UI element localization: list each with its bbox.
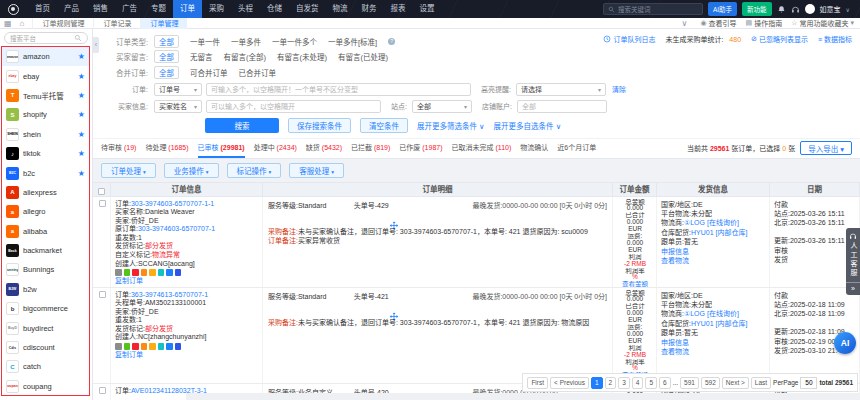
top-nav-item[interactable]: 销售 <box>86 0 115 18</box>
row-checkbox[interactable] <box>99 200 106 207</box>
bell-icon[interactable] <box>149 343 156 350</box>
status-tab[interactable]: 近6个月订单 <box>557 138 596 158</box>
platform-item[interactable]: B2Cb2c★ <box>2 163 89 182</box>
clear-highlight-link[interactable]: 清除 <box>612 84 626 94</box>
note-icon[interactable] <box>175 269 182 276</box>
platform-item[interactable]: BuyDbuydirect <box>2 318 89 337</box>
status-tab[interactable]: 物流确认 <box>520 138 548 158</box>
person-icon[interactable] <box>132 269 139 276</box>
status-tab[interactable]: 已审核 (29981) <box>198 138 245 158</box>
top-nav-item[interactable]: 采购 <box>202 0 231 18</box>
platform-item[interactable]: Ccatch <box>2 357 89 376</box>
buyer-field-select[interactable]: 买家姓名▾ <box>154 100 202 113</box>
action-dropdown-button[interactable]: 业务操作▾ <box>164 163 219 178</box>
page-tab[interactable]: 订单管理 <box>140 18 187 29</box>
info-icon[interactable]: ? <box>388 38 395 45</box>
status-tab[interactable]: 待处理 (1685) <box>145 138 188 158</box>
filter-option[interactable]: 一单多件 <box>231 36 261 47</box>
more-filters-link[interactable]: 展开更多筛选条件 ∨ <box>417 120 485 131</box>
platform-item[interactable]: Aaliexpress <box>2 183 89 202</box>
shop-icon[interactable] <box>141 343 148 350</box>
top-nav-item[interactable]: 订单 <box>173 0 202 18</box>
page-tab[interactable]: 订单规则管理 <box>32 18 93 29</box>
platform-item[interactable]: B2Wb2w <box>2 280 89 299</box>
filter-option[interactable]: 全部 <box>154 35 179 48</box>
queue-log-link[interactable]: 订单队列日志 <box>603 34 655 44</box>
favorites-link[interactable]: ☆常用功能收藏夹▾ <box>791 18 854 28</box>
customer-service-widget[interactable]: 人工客服 » <box>846 228 860 295</box>
bell-icon[interactable] <box>149 269 156 276</box>
pagination-prev[interactable]: < Previous <box>550 377 589 389</box>
pagination-page[interactable]: 5 <box>645 377 657 389</box>
person-icon[interactable] <box>132 343 139 350</box>
favorite-star-icon[interactable]: ★ <box>78 72 85 81</box>
top-nav-item[interactable]: 报表 <box>384 0 413 18</box>
platform-item[interactable]: ♪tiktok★ <box>2 144 89 163</box>
top-nav-item[interactable]: 物流 <box>326 0 355 18</box>
platform-search[interactable] <box>4 32 88 44</box>
buyer-input[interactable] <box>206 100 381 113</box>
platform-search-input[interactable] <box>10 35 72 42</box>
top-nav-item[interactable]: 首页 <box>28 0 57 18</box>
platform-item[interactable]: BunningsBunnings <box>2 260 89 279</box>
pagination-page[interactable]: 1 <box>591 377 603 389</box>
favorite-star-icon[interactable]: ★ <box>78 110 85 119</box>
pagination-page[interactable]: 2 <box>605 377 617 389</box>
global-search-input[interactable] <box>618 6 698 13</box>
status-tab[interactable]: 已作废 (1987) <box>399 138 442 158</box>
new-feature-button[interactable]: 新功能 <box>742 2 772 16</box>
sidebar-collapse-handle[interactable]: ‹ <box>93 37 99 53</box>
note-icon[interactable] <box>175 343 182 350</box>
filter-option[interactable]: 一单一件 <box>190 36 220 47</box>
page-tab[interactable]: 订单记录 <box>93 18 140 29</box>
top-nav-item[interactable]: 广告 <box>115 0 144 18</box>
manual-link[interactable]: ▤操作指南 <box>746 18 783 28</box>
product-icon[interactable] <box>124 343 131 350</box>
filter-option[interactable]: 有留言(未处理) <box>277 51 327 62</box>
platform-item[interactable]: coupangcoupang <box>2 377 89 396</box>
user-avatar[interactable] <box>805 4 815 14</box>
filter-option[interactable]: 有留言(全部) <box>224 51 267 62</box>
favorite-star-icon[interactable]: ★ <box>78 91 85 100</box>
platform-item[interactable]: aallegro <box>2 202 89 221</box>
account-input[interactable] <box>517 100 607 113</box>
platform-item[interactable]: Cdiscdiscount <box>2 338 89 357</box>
collapse-arrow[interactable]: » <box>846 282 860 292</box>
clear-filter-button[interactable]: 清空条件 <box>360 118 408 133</box>
pagination-page[interactable]: 591 <box>680 377 699 389</box>
platform-item[interactable]: TTemu半托管★ <box>2 86 89 105</box>
apps-grid-icon[interactable]: ▦ <box>0 19 16 28</box>
favorite-star-icon[interactable]: ★ <box>78 130 85 139</box>
highlight-select[interactable]: 请选择▾ <box>516 83 606 96</box>
ignored-list-link[interactable]: ⊘已忽略列表显示 <box>751 34 808 44</box>
top-nav-item[interactable]: 财务 <box>355 0 384 18</box>
username[interactable]: 如意宝 <box>820 4 841 14</box>
magnifier-icon[interactable] <box>115 343 122 350</box>
pagination-page[interactable]: 4 <box>632 377 644 389</box>
pagination-next[interactable]: Next > <box>722 377 749 389</box>
guide-link[interactable]: ◉查看引导 <box>700 18 736 28</box>
favorite-star-icon[interactable]: ★ <box>78 52 85 61</box>
status-tab[interactable]: 已取消未完成 (110) <box>452 138 512 158</box>
action-dropdown-button[interactable]: 客服处理▾ <box>289 163 344 178</box>
platform-item[interactable]: aalibaba <box>2 222 89 241</box>
select-all-checkbox[interactable] <box>98 188 105 195</box>
platform-item[interactable]: bbigcommerce <box>2 299 89 318</box>
magnifier-icon[interactable] <box>115 269 122 276</box>
pagination-page[interactable]: 3 <box>618 377 630 389</box>
pagination-last[interactable]: Last <box>751 377 771 389</box>
home-icon[interactable]: ⌂ <box>16 19 29 28</box>
pagination-first[interactable]: First <box>527 377 548 389</box>
platform-item[interactable]: ebayebay★ <box>2 66 89 85</box>
app-logo-icon[interactable] <box>8 4 19 15</box>
edit-icon[interactable] <box>158 269 165 276</box>
ai-assistant-button[interactable]: AI助手 <box>708 2 737 16</box>
filter-option[interactable]: 一单多件[标准] <box>328 36 377 47</box>
filter-option[interactable]: 全部 <box>154 66 179 79</box>
top-nav-item[interactable]: 专题 <box>144 0 173 18</box>
status-tab[interactable]: 已拦截 (819) <box>351 138 390 158</box>
data-metrics-link[interactable]: ≡数据指标 <box>818 34 852 44</box>
product-icon[interactable] <box>124 269 131 276</box>
order-number-input[interactable] <box>206 83 471 96</box>
search-button[interactable]: 搜索 <box>205 118 279 133</box>
